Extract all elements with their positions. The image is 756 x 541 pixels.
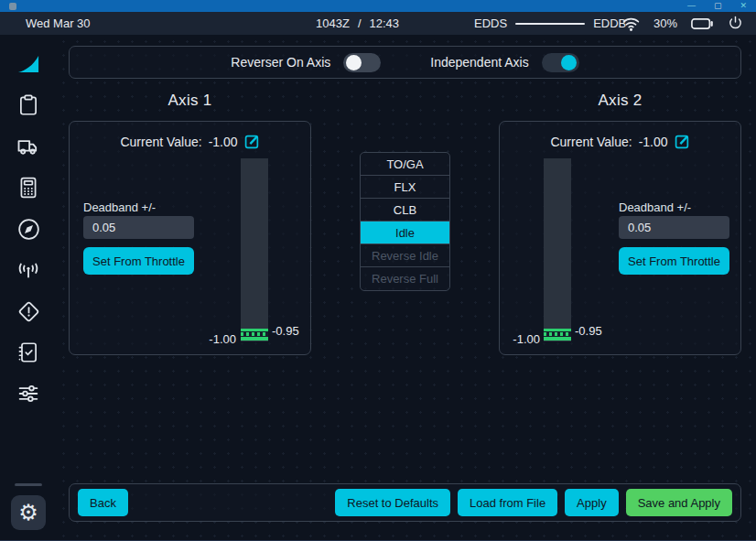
ground-services-icon[interactable] (15, 133, 42, 160)
status-clock[interactable]: 1043Z / 12:43 (316, 16, 399, 30)
os-titlebar: — ▢ ✕ (0, 0, 756, 12)
axis1-deadband-input[interactable] (83, 216, 194, 239)
throttle-config-page: Reverser On Axis Independent Axis Axis 1… (57, 35, 756, 541)
status-date: Wed Mar 30 (26, 16, 91, 30)
axis1-position-bar (241, 158, 268, 341)
flight-route: EDDS EDDB (474, 16, 626, 30)
axis1-deadband-marker (241, 329, 268, 341)
footer-actions: Back Reset to Defaults Load from File Ap… (69, 483, 741, 522)
detent-reverse-idle: Reverse Idle (361, 244, 449, 267)
detent-flx[interactable]: FLX (361, 176, 449, 199)
axis2-deadband-input[interactable] (619, 216, 729, 239)
wifi-icon (622, 16, 640, 31)
detent-idle[interactable]: Idle (361, 222, 449, 244)
destination-airport: EDDB (593, 16, 626, 30)
fbw-logo-icon[interactable] (15, 50, 42, 78)
efb-window: — ▢ ✕ Wed Mar 30 1043Z / 12:43 EDDS EDDB… (0, 0, 756, 541)
minimize-button[interactable]: — (687, 2, 696, 10)
sliders-icon[interactable] (15, 380, 42, 407)
axis2-position-bar (544, 158, 571, 341)
axis2-current-value: -1.00 (639, 135, 668, 149)
independent-axis-label: Independent Axis (430, 55, 528, 70)
axis2-bar-high-value: -0.95 (575, 324, 602, 338)
battery-percent: 30% (653, 15, 677, 32)
detent-list: TO/GA FLX CLB Idle Reverse Idle Reverse … (360, 152, 450, 291)
close-button[interactable]: ✕ (740, 2, 747, 10)
axis1-current-value-label: Current Value: (120, 135, 201, 149)
detent-toga[interactable]: TO/GA (361, 153, 449, 176)
axis-options-panel: Reverser On Axis Independent Axis (69, 46, 741, 79)
axis2-panel: Current Value: -1.00 -1.00 -0.95 Deadban… (499, 121, 741, 355)
power-icon[interactable] (728, 16, 743, 31)
origin-airport: EDDS (474, 16, 507, 30)
axis2-edit-icon[interactable] (675, 134, 690, 149)
battery-icon (691, 17, 714, 30)
zulu-time: 1043Z (316, 16, 350, 30)
axis1-deadband-label: Deadband +/- (83, 200, 156, 214)
save-and-apply-button[interactable]: Save and Apply (626, 489, 732, 516)
route-line (515, 23, 585, 25)
failures-diamond-icon[interactable] (15, 298, 42, 325)
settings-gear-button[interactable]: ⚙ (11, 495, 46, 530)
detent-reverse-full: Reverse Full (361, 267, 449, 290)
axis2-set-from-throttle-button[interactable]: Set From Throttle (619, 247, 729, 275)
app-icon (9, 3, 16, 10)
axis2-deadband-marker (544, 329, 571, 341)
axis1-edit-icon[interactable] (244, 134, 260, 149)
reverser-on-axis-toggle[interactable] (343, 53, 381, 72)
local-time: 12:43 (370, 16, 400, 30)
axis2-deadband-label: Deadband +/- (619, 200, 691, 214)
checklist-icon[interactable] (15, 339, 42, 366)
gear-icon: ⚙ (18, 502, 38, 524)
atc-antenna-icon[interactable] (15, 256, 42, 284)
axis1-panel: Current Value: -1.00 -1.00 -0.95 Deadban… (69, 121, 311, 355)
reset-to-defaults-button[interactable]: Reset to Defaults (335, 489, 450, 516)
axis2-bar-low-value: -1.00 (502, 332, 540, 346)
axis2-current-value-label: Current Value: (550, 135, 632, 149)
status-bar: Wed Mar 30 1043Z / 12:43 EDDS EDDB 30% (0, 12, 756, 35)
axis1-set-from-throttle-button[interactable]: Set From Throttle (83, 247, 194, 275)
compass-icon[interactable] (15, 215, 42, 243)
sidebar: ⚙ (0, 35, 57, 541)
calculator-icon[interactable] (15, 174, 42, 201)
axis1-current-value: -1.00 (209, 135, 238, 149)
clipboard-icon[interactable] (15, 92, 42, 119)
detent-clb[interactable]: CLB (361, 199, 449, 222)
axis2-title: Axis 2 (499, 92, 741, 110)
axis1-bar-high-value: -0.95 (272, 324, 299, 338)
axis1-bar-low-value: -1.00 (198, 332, 236, 346)
maximize-button[interactable]: ▢ (714, 2, 722, 10)
time-separator: / (358, 16, 362, 30)
axis1-title: Axis 1 (69, 92, 311, 110)
independent-axis-toggle[interactable] (542, 53, 579, 72)
apply-button[interactable]: Apply (565, 489, 619, 516)
reverser-on-axis-label: Reverser On Axis (231, 55, 330, 70)
back-button[interactable]: Back (78, 489, 128, 516)
load-from-file-button[interactable]: Load from File (458, 489, 557, 516)
sidebar-divider (15, 483, 42, 486)
